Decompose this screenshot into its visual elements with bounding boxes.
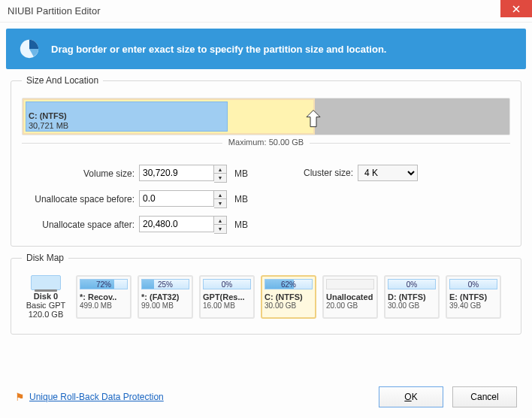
partition-usage-bar: 0% bbox=[388, 279, 436, 289]
close-button[interactable] bbox=[500, 0, 532, 17]
partition-box[interactable]: 25%*: (FAT32)99.00 MB bbox=[138, 275, 193, 319]
ok-button[interactable]: OK bbox=[379, 386, 443, 407]
partition-usage-bar: 25% bbox=[141, 279, 189, 289]
partition-usage-bar: 0% bbox=[449, 279, 497, 289]
window-title: NIUBI Partition Editor bbox=[8, 5, 101, 17]
partition-size: 39.40 GB bbox=[449, 301, 497, 310]
partition-box[interactable]: 0%D: (NTFS)30.00 GB bbox=[384, 275, 440, 319]
partition-name: Unallocated bbox=[326, 292, 374, 301]
partition-size-text: 30,721 MB bbox=[29, 121, 309, 130]
partition-size: 16.00 MB bbox=[203, 301, 251, 310]
titlebar[interactable]: NIUBI Partition Editor bbox=[0, 0, 532, 23]
cancel-button[interactable]: Cancel bbox=[452, 386, 517, 407]
partition-size: 20.00 GB bbox=[326, 301, 374, 310]
disk-map-group: Disk Map Disk 0 Basic GPT 120.0 GB 72%*:… bbox=[11, 253, 521, 335]
hdd-icon bbox=[31, 275, 61, 290]
size-location-group: Size And Location C: (NTFS) 30,721 MB Ma… bbox=[11, 75, 521, 247]
partition-label: C: (NTFS) bbox=[29, 111, 309, 121]
close-icon bbox=[512, 5, 520, 13]
partition-usage-bar: 62% bbox=[264, 279, 313, 289]
cluster-size-select[interactable]: 4 K bbox=[358, 165, 418, 181]
size-location-legend: Size And Location bbox=[22, 75, 103, 86]
unalloc-after-unit: MB bbox=[234, 220, 248, 230]
partition-name: *: (FAT32) bbox=[141, 292, 189, 301]
partition-size: 499.0 MB bbox=[80, 301, 128, 310]
volume-size-spinner[interactable]: ▲▼ bbox=[214, 165, 227, 183]
partition-box[interactable]: 72%*: Recov..499.0 MB bbox=[76, 275, 131, 319]
piechart-icon bbox=[18, 38, 41, 60]
partition-size: 99.00 MB bbox=[141, 301, 189, 310]
partition-usage-bar: 72% bbox=[80, 279, 128, 289]
partition-size: 30.00 GB bbox=[388, 301, 436, 310]
maximum-size-line: Maximum: 50.00 GB bbox=[22, 143, 510, 153]
disk-size: 120.0 GB bbox=[22, 310, 70, 319]
flame-icon: ⚑ bbox=[15, 391, 25, 403]
footer-bar: ⚑ Unique Roll-Back Data Protection OK Ca… bbox=[0, 376, 532, 418]
disk-name: Disk 0 bbox=[22, 292, 70, 301]
volume-size-input[interactable] bbox=[139, 165, 214, 181]
partition-name: E: (NTFS) bbox=[449, 292, 497, 301]
rollback-link[interactable]: Unique Roll-Back Data Protection bbox=[29, 392, 164, 402]
unalloc-after-spinner[interactable]: ▲▼ bbox=[214, 216, 227, 234]
unalloc-after-input[interactable] bbox=[139, 216, 214, 232]
disk-info: Disk 0 Basic GPT 120.0 GB bbox=[22, 275, 70, 319]
partition-box[interactable]: 0%E: (NTFS)39.40 GB bbox=[446, 275, 501, 319]
volume-size-label: Volume size: bbox=[22, 168, 135, 179]
unalloc-before-spinner[interactable]: ▲▼ bbox=[214, 190, 227, 208]
volume-size-unit: MB bbox=[234, 168, 248, 179]
partition-name: D: (NTFS) bbox=[388, 292, 436, 301]
partition-name: *: Recov.. bbox=[80, 292, 128, 301]
unalloc-before-unit: MB bbox=[234, 194, 248, 204]
unalloc-before-label: Unallocate space before: bbox=[22, 194, 135, 204]
unalloc-after-label: Unallocate space after: bbox=[22, 220, 135, 230]
disk-map-legend: Disk Map bbox=[22, 253, 68, 263]
partition-box[interactable]: 0%GPT(Res...16.00 MB bbox=[199, 275, 255, 319]
disk-type: Basic GPT bbox=[22, 301, 70, 310]
banner-text: Drag border or enter exact size to speci… bbox=[51, 44, 386, 55]
partition-name: GPT(Res... bbox=[203, 292, 251, 301]
partition-box[interactable]: Unallocated20.00 GB bbox=[322, 275, 378, 319]
partition-resize-bar[interactable]: C: (NTFS) 30,721 MB bbox=[22, 98, 510, 135]
instruction-banner: Drag border or enter exact size to speci… bbox=[6, 29, 526, 69]
unalloc-before-input[interactable] bbox=[139, 190, 214, 207]
partition-usage-bar: 0% bbox=[203, 279, 251, 289]
partition-name: C: (NTFS) bbox=[264, 292, 313, 301]
partition-size: 30.00 GB bbox=[264, 301, 313, 310]
cluster-size-label: Cluster size: bbox=[293, 168, 353, 178]
partition-usage-bar bbox=[326, 279, 374, 289]
partition-box[interactable]: 62%C: (NTFS)30.00 GB bbox=[261, 275, 316, 319]
